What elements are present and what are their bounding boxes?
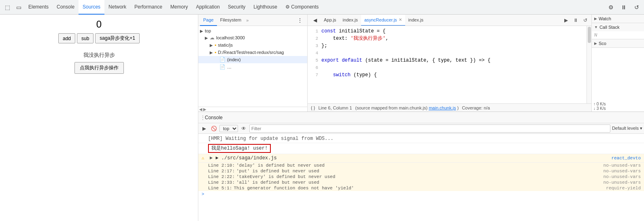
tree-arrow-localhost: ▶ — [205, 36, 210, 40]
tab-console-label: Console — [57, 4, 74, 10]
devtools-panel: Page Filesystem » ⋮ ▶ top — [198, 15, 644, 221]
tree-item-localhost[interactable]: ▶ ☁ localhost:3000 — [198, 34, 307, 41]
tree-item-chunk[interactable]: ▶ 📄 … — [198, 63, 307, 71]
warn-detail-3: Line 2:22: 'takeEvery' is defined but ne… — [198, 174, 644, 180]
callstack-section: ▼ Call Stack N — [592, 23, 644, 39]
sidebar-tab-filesystem[interactable]: Filesystem — [217, 15, 245, 26]
context-select[interactable]: top — [219, 125, 238, 132]
file-tab-indexjs2-label: index.js — [408, 17, 423, 22]
status-source-mapped: (source mapped from main.chunk.js) main.… — [355, 105, 459, 110]
warn-msg-3: 'takeEvery' is defined but never used — [236, 174, 335, 179]
line-num-2: 2 — [309, 35, 321, 42]
console-prompt[interactable]: > — [198, 191, 644, 197]
sidebar-menu-icon[interactable]: ⋮ — [294, 15, 306, 26]
tab-performance-label: Performance — [134, 4, 162, 10]
console-clear-icon[interactable]: 🚫 — [210, 124, 218, 133]
sources-panel: Page Filesystem » ⋮ ▶ top — [198, 15, 644, 112]
console-eye-icon[interactable]: 👁 — [240, 124, 248, 133]
tab-sources-label: Sources — [83, 4, 100, 10]
tree-item-index[interactable]: ▶ 📄 (index) — [198, 56, 307, 63]
line-content-5: export default (state = initialState, { … — [321, 57, 585, 64]
file-tab-indexjs[interactable]: index.js — [340, 15, 361, 26]
sidebar-tab-page[interactable]: Page — [200, 15, 217, 26]
console-filter-input[interactable] — [249, 124, 610, 133]
warn-msg-1: 'delay' is defined but never used — [236, 163, 325, 168]
tab-application[interactable]: Application — [192, 0, 224, 15]
file-tab-indexjs-label: index.js — [343, 17, 358, 22]
cloud-icon: ☁ — [210, 35, 215, 41]
device-icon[interactable]: ▭ — [13, 2, 24, 13]
status-bar: { } Line 6, Column 1 (source mapped from… — [308, 103, 591, 112]
tab-components-label: ⚙ Components — [285, 4, 319, 10]
console-run-icon[interactable]: ▶ — [200, 124, 208, 133]
tab-performance[interactable]: Performance — [130, 0, 166, 15]
saga-button[interactable]: saga异步变化+1 — [95, 33, 140, 43]
watch-header[interactable]: ▶ Watch — [592, 15, 644, 23]
tab-console[interactable]: Console — [53, 0, 79, 15]
tab-memory[interactable]: Memory — [166, 0, 192, 15]
sidebar-more-btn[interactable]: » — [246, 18, 249, 23]
code-editor[interactable]: 1 const initialState = { 2 text: '我没执行异步… — [308, 26, 587, 103]
tab-security-label: Security — [228, 4, 245, 10]
tree-arrow-src: ▶ — [210, 50, 215, 55]
tab-network[interactable]: Network — [104, 0, 130, 15]
net-up: ↑ 0 K/s — [593, 102, 642, 106]
tab-sources[interactable]: Sources — [79, 0, 104, 15]
prompt-arrow-icon: > — [202, 192, 204, 197]
file-tab-appjs[interactable]: App.js — [321, 15, 340, 26]
tab-security[interactable]: Security — [224, 0, 249, 15]
counter-display: 0 — [96, 19, 102, 30]
sub-button[interactable]: sub — [77, 33, 94, 43]
tab-forward-icon[interactable]: ▶ — [561, 16, 570, 25]
hello-content: 我是helloSaga! user! — [208, 144, 641, 153]
code-line-4: 4 — [308, 49, 587, 57]
sidebar-tab-filesystem-label: Filesystem — [220, 17, 242, 22]
action-button[interactable]: 点我执行异步操作 — [74, 62, 124, 74]
pause-debugger-icon[interactable]: ⏸ — [571, 16, 580, 25]
callstack-header[interactable]: ▼ Call Stack — [592, 23, 644, 31]
tab-elements-label: Elements — [28, 4, 49, 10]
warn-rule-4: no-unused-vars — [604, 180, 641, 185]
code-line-6: 6 — [308, 64, 587, 71]
settings-icon[interactable]: ⚙ — [605, 2, 616, 13]
tree-arrow-static: ▶ — [210, 43, 215, 47]
sources-main: ◀ App.js index.js asyncReducer.js ✕ inde… — [308, 15, 591, 112]
line-content-1: const initialState = { — [321, 28, 585, 35]
sources-tree: ▶ top ▶ ☁ localhost:3000 ▶ ▪ static/js — [198, 26, 307, 107]
warn-msg-2: 'put' is defined but never used — [236, 169, 319, 174]
console-output: [HMR] Waiting for update signal from WDS… — [198, 134, 644, 221]
navigator-icon[interactable]: ◀ — [309, 15, 321, 26]
horizontal-scroll[interactable]: ◀▶ — [198, 107, 307, 112]
folder-icon-static: ▪ — [215, 42, 216, 48]
scope-header[interactable]: ▶ Sco — [592, 39, 644, 48]
step-icon[interactable]: ↺ — [581, 16, 590, 25]
devtools-tab-bar: ⬚ ▭ Elements Console Sources Network Per… — [0, 0, 644, 15]
line-num-3: 3 — [309, 42, 321, 49]
refresh-icon[interactable]: ↺ — [631, 2, 642, 13]
pause-icon[interactable]: ⏸ — [618, 2, 629, 13]
console-levels[interactable]: Default levels ▾ — [612, 126, 642, 131]
tab-elements[interactable]: Elements — [24, 0, 53, 15]
console-line-hmr: [HMR] Waiting for update signal from WDS… — [198, 135, 644, 143]
add-button[interactable]: add — [58, 33, 75, 43]
main-chunk-link[interactable]: main.chunk.js — [429, 105, 456, 110]
code-vscroll[interactable] — [587, 26, 591, 103]
inspect-icon[interactable]: ⬚ — [2, 2, 13, 13]
tab-lighthouse[interactable]: Lighthouse — [249, 0, 281, 15]
file-tab-indexjs2[interactable]: index.js — [405, 15, 427, 26]
warn-line-3: Line 2:22: — [208, 174, 235, 179]
console-header: ⋮ Console — [198, 112, 644, 123]
callstack-content: N — [592, 31, 644, 39]
close-asyncreducer-icon[interactable]: ✕ — [399, 17, 402, 22]
tree-item-top[interactable]: ▶ top — [198, 28, 307, 34]
net-indicator: ↑ 0 K/s ↓ 3 K/s — [592, 101, 644, 112]
drag-handle[interactable]: ⋮ — [200, 114, 203, 121]
tree-label-chunk: … — [227, 64, 232, 69]
file-tabs: ◀ App.js index.js asyncReducer.js ✕ inde… — [308, 15, 591, 26]
callstack-empty: N — [594, 33, 597, 37]
tree-item-static[interactable]: ▶ ▪ static/js — [198, 41, 307, 49]
warn-source-link[interactable]: react_devto — [611, 155, 641, 161]
tree-item-src[interactable]: ▶ ▪ D:/React/Test/react-redux/src/sag — [198, 49, 307, 56]
tab-components[interactable]: ⚙ Components — [281, 0, 323, 15]
file-tab-asyncreducerjs[interactable]: asyncReducer.js ✕ — [361, 15, 405, 26]
